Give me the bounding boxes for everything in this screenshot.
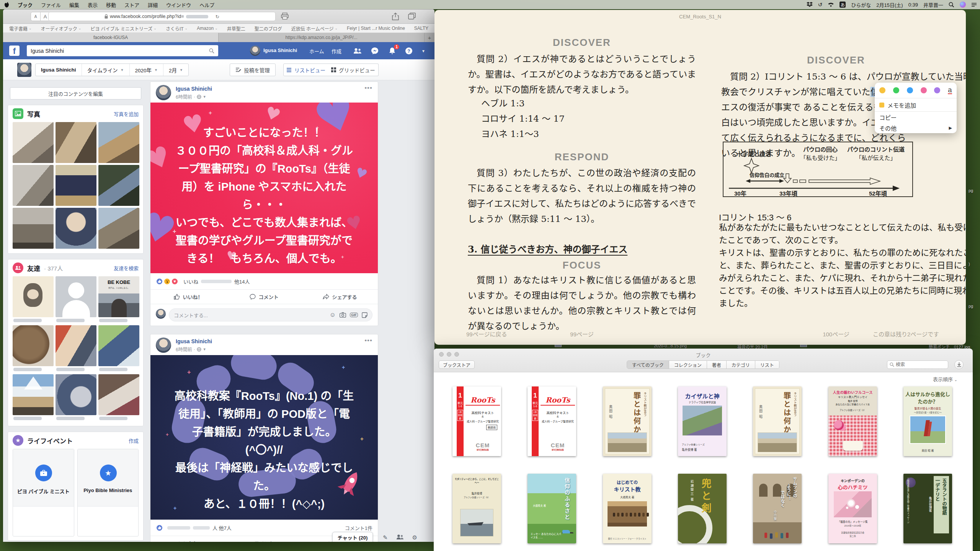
friend-item[interactable]	[98, 325, 139, 372]
menu-item-store[interactable]: ストア	[124, 1, 139, 8]
friend-item[interactable]	[98, 374, 139, 421]
post-options-icon[interactable]: •••	[364, 337, 372, 344]
post-author-link[interactable]: Igusa Shinichi	[176, 338, 212, 344]
photo-thumbnail[interactable]	[98, 165, 139, 206]
life-event-item[interactable]: ピヨ バイブル ミニスト	[13, 449, 74, 536]
highlight-blue-button[interactable]	[907, 87, 913, 93]
menu-item-app[interactable]: ブック	[18, 1, 33, 8]
camera-icon[interactable]	[340, 312, 346, 318]
nav-create-link[interactable]: 作成	[332, 47, 341, 55]
friend-item[interactable]	[56, 325, 96, 372]
help-icon[interactable]: ?	[404, 46, 413, 55]
book-cover[interactable]: キンポーデンの 心のハチミツ 「福音の光」メッセージ集 2016年～2018年 …	[828, 474, 877, 543]
menu-item-advanced[interactable]: 詳細	[148, 1, 158, 8]
book-cover[interactable]: 信仰のふるさと 大橋秀夫 著 エッセー あなたの心にスパイスを……	[528, 474, 576, 543]
friend-item[interactable]	[13, 325, 54, 372]
share-button[interactable]: シェアする	[302, 293, 378, 300]
likes-others[interactable]: 人 他7人	[212, 524, 232, 531]
friend-requests-icon[interactable]	[353, 46, 362, 55]
menu-item-window[interactable]: ウインドウ	[166, 1, 191, 8]
tab-authors[interactable]: 著者	[707, 361, 727, 368]
menu-item-view[interactable]: 表示	[88, 1, 98, 8]
friend-item[interactable]: BE KOBE 神戸は、人の中にある。	[98, 276, 139, 323]
photo-thumbnail[interactable]	[13, 208, 54, 249]
comment-count[interactable]: コメント1件	[345, 524, 372, 531]
like-reaction-icon[interactable]	[156, 278, 163, 285]
highlight-yellow-button[interactable]	[879, 87, 885, 93]
messenger-icon[interactable]	[370, 46, 379, 55]
menu-item-help[interactable]: ヘルプ	[199, 1, 214, 8]
book-cover[interactable]: モダニティ～どこから、ここに、そしてどこへ～ 亀井俊博 アルファ新書シリーズ（6…	[452, 474, 501, 543]
friend-item[interactable]	[13, 276, 54, 323]
address-bar[interactable]: www.facebook.com/profile.php?id= ↻	[48, 12, 276, 21]
print-icon[interactable]	[281, 13, 289, 20]
wow-reaction-icon[interactable]	[163, 278, 171, 285]
bookmark-item[interactable]: オーディオブック⌄	[41, 25, 82, 32]
library-search-input[interactable]	[896, 362, 942, 367]
photo-thumbnail[interactable]	[98, 122, 139, 163]
notifications-bell-icon[interactable]: 1	[387, 46, 397, 55]
book-cover[interactable]: カイザルと神 ナラティヴ社会神学試論 アルファ新書シリーズ 亀井俊博 著	[678, 386, 727, 456]
book-cover[interactable]: サムソンの ように！ ではなく 中出 繁	[753, 474, 802, 543]
menu-item-edit[interactable]: 編集	[69, 1, 79, 8]
apple-menu-icon[interactable]	[4, 2, 9, 8]
post-image-space[interactable]: + + + + + 高校科教案『RooTs』(No.1) の「生 徒用」、「	[150, 355, 378, 520]
chat-settings-icon[interactable]: ⚙	[412, 534, 417, 541]
post-time[interactable]: 6時間前	[176, 93, 192, 100]
copy-menu-item[interactable]: コピー	[875, 112, 957, 122]
find-friends-link[interactable]: 友達を検索	[114, 264, 139, 272]
notification-center-icon[interactable]	[971, 2, 977, 7]
like-button[interactable]: いいね！	[150, 293, 226, 300]
nav-home-link[interactable]: ホーム	[309, 47, 324, 55]
nav-avatar[interactable]	[250, 46, 260, 56]
friend-item[interactable]	[13, 374, 54, 421]
menu-item-file[interactable]: ファイル	[41, 1, 61, 8]
photo-thumbnail[interactable]	[56, 208, 96, 249]
tab-all-books[interactable]: すべてのブック	[627, 361, 669, 368]
dropbox-icon[interactable]	[807, 2, 813, 7]
grid-view-button[interactable]: グリッドビュー	[328, 64, 379, 76]
time-machine-icon[interactable]: ↺	[818, 2, 823, 8]
add-note-menu-item[interactable]: メモを追加	[875, 98, 957, 111]
bookmark-item[interactable]: Amazon⌄	[197, 26, 218, 31]
downloads-button[interactable]	[954, 360, 964, 369]
facebook-search-input[interactable]: Igusa Shinichi	[27, 45, 218, 56]
highlight-pink-button[interactable]	[921, 87, 927, 93]
siri-icon[interactable]	[960, 2, 966, 8]
share-icon[interactable]	[392, 13, 399, 20]
friend-item[interactable]	[56, 374, 96, 421]
photo-thumbnail[interactable]	[56, 165, 96, 206]
book-cover[interactable]: 1単元1-61年目前期 RooTs 高校科テキスト & 成人科・グループ聖書研究…	[452, 386, 501, 456]
contacts-icon[interactable]	[396, 534, 404, 541]
more-menu-item[interactable]: その他▶	[875, 122, 957, 133]
search-icon[interactable]	[209, 48, 214, 54]
input-source-icon[interactable]: あ	[840, 2, 846, 8]
manage-posts-button[interactable]: 投稿を管理	[230, 64, 276, 76]
tab-list[interactable]: リスト	[755, 361, 779, 368]
post-options-icon[interactable]: •••	[364, 84, 372, 92]
reader-text-smaller-button[interactable]: A	[31, 12, 41, 21]
bookmark-item[interactable]: 井草聖二	[227, 25, 245, 32]
book-cover[interactable]: 1単元1-61年目前期 RooTs 高校科テキスト & 成人科・グループ聖書研究…	[528, 386, 576, 456]
tab-categories[interactable]: カテゴリ	[727, 361, 755, 368]
bookmark-item[interactable]: SALTY	[414, 26, 428, 31]
new-message-icon[interactable]: ✎	[383, 534, 388, 541]
bookmark-item[interactable]: 聖二のブログ	[255, 25, 282, 32]
love-reaction-icon[interactable]: ♥	[171, 278, 178, 285]
life-event-item[interactable]: ★ Piyo Bible Ministries	[77, 449, 139, 536]
menu-bar-date[interactable]: 2月15日(土)	[876, 1, 903, 8]
likes-others[interactable]: 他14人	[234, 278, 250, 285]
post-author-link[interactable]: Igusa Shinichi	[176, 86, 212, 92]
sort-order-link[interactable]: 表示順序 ⌄	[933, 375, 957, 383]
like-reaction-icon[interactable]	[156, 524, 163, 531]
sticker-icon[interactable]	[362, 312, 368, 318]
post-time[interactable]: 6時間前	[176, 346, 192, 352]
bookmark-item[interactable]: ピヨ バイブル ミニストリーズ⌄	[90, 25, 157, 32]
post-avatar[interactable]	[156, 337, 171, 353]
gif-icon[interactable]: GIF	[350, 313, 358, 317]
menu-bar-user[interactable]: 井草晋一	[923, 1, 943, 8]
book-store-button[interactable]: ブックストア	[439, 360, 475, 369]
menu-item-go[interactable]: 移動	[106, 1, 116, 8]
book-cover[interactable]: 一デナリと 五タラントの物語 亀井俊博著 二極格差社会に活路を開く聖書のメッセー…	[903, 474, 952, 543]
post-image-hearts[interactable]: ♥ ♥ ♥ ♥ ♥ ♥ ♥ ♥ + + + + すごいことになった！！ ３００円…	[150, 103, 378, 273]
